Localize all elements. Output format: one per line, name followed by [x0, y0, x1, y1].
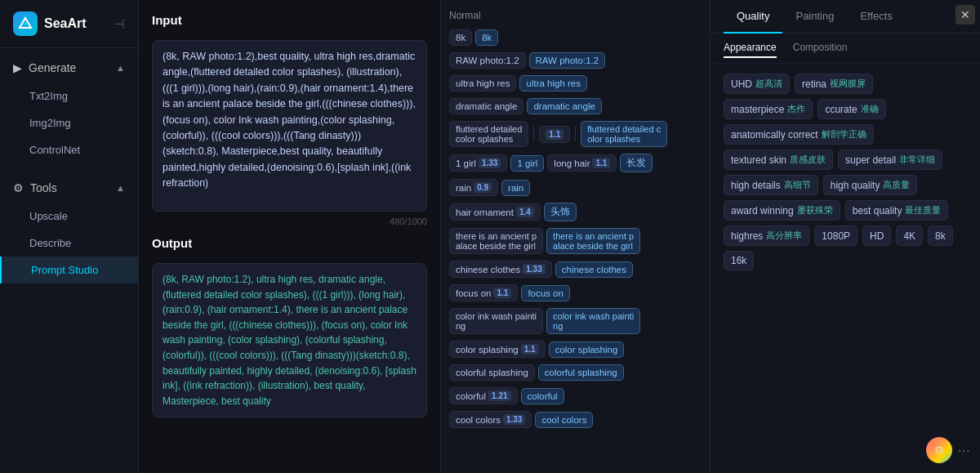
tag-fluttered-left[interactable]: fluttered detailedcolor splashes	[449, 121, 528, 147]
chevron-up-icon: ▲	[116, 63, 125, 73]
tag-row-8k: 8k 8k	[449, 29, 702, 46]
tools-header[interactable]: ⚙ Tools ▲	[0, 173, 138, 203]
qtag-high-details[interactable]: high details 高细节	[724, 175, 818, 195]
tag-row-fluttered: fluttered detailedcolor splashes 1.1 flu…	[449, 121, 702, 147]
tag-row-colorful2: colorful 1.21 colorful	[449, 387, 702, 404]
main-area: Input 480/1000 Output (8k, RAW photo:1.2…	[139, 0, 980, 473]
char-count: 480/1000	[152, 216, 427, 226]
tag-longhair-cn[interactable]: 长发	[620, 154, 653, 172]
qtag-award-winning[interactable]: award winning 屡获殊荣	[724, 200, 840, 221]
tag-focuson-badge[interactable]: focus on 1.1	[449, 284, 518, 301]
tag-raw-right[interactable]: RAW photo:1.2	[529, 52, 606, 69]
sidebar-item-controlnet[interactable]: ControlNet	[0, 136, 138, 163]
sidebar-item-txt2img[interactable]: Txt2Img	[0, 83, 138, 109]
tag-coolcolors-right[interactable]: cool colors	[535, 412, 593, 428]
qtag-masterpiece[interactable]: masterpiece 杰作	[724, 99, 813, 119]
quality-panel: ✕ Quality Painting Effects Appearance Co…	[710, 0, 980, 473]
tag-colorsplash-badge[interactable]: color splashing 1.1	[449, 341, 546, 358]
sidebar: SeaArt ⊣ ▶ Generate ▲ Txt2Img Img2Img Co…	[0, 0, 139, 473]
tag-dramatic-left[interactable]: dramatic angle	[449, 98, 523, 114]
tag-palace-right[interactable]: there is an ancient palace beside the gi…	[546, 228, 640, 254]
tag-fluttered-right[interactable]: fluttered detailed color splashes	[581, 121, 667, 147]
bottom-icons: ⚙ ⋯	[926, 437, 970, 463]
tools-label: Tools	[30, 181, 57, 194]
input-textarea[interactable]	[152, 40, 427, 212]
tag-chinese-right[interactable]: chinese clothes	[555, 261, 633, 278]
tag-row-chinese: chinese clothes 1.33 chinese clothes	[449, 261, 702, 278]
qtag-anatomically[interactable]: anatomically correct 解剖学正确	[724, 124, 874, 145]
generate-header[interactable]: ▶ Generate ▲	[0, 53, 138, 83]
tab-quality[interactable]: Quality	[724, 0, 782, 33]
qtag-hd[interactable]: HD	[862, 225, 891, 246]
tag-row-coolcolors: cool colors 1.33 cool colors	[449, 411, 702, 428]
qtag-highres[interactable]: highres 高分辨率	[724, 225, 809, 246]
sidebar-item-img2img[interactable]: Img2Img	[0, 109, 138, 136]
tag-colorful-left[interactable]: colorful splashing	[449, 364, 535, 381]
generate-label: Generate	[29, 61, 76, 74]
qtag-high-quality[interactable]: high quality 高质量	[823, 175, 918, 195]
brand-name: SeaArt	[44, 16, 87, 31]
sidebar-item-upscale[interactable]: Upscale	[0, 203, 138, 230]
tag-8k-left[interactable]: 8k	[449, 29, 472, 46]
tab-painting[interactable]: Painting	[782, 0, 847, 33]
tag-row-colorful: colorful splashing colorful splashing	[449, 364, 702, 381]
tag-dramatic-right[interactable]: dramatic angle	[527, 98, 601, 114]
tag-hairornament-cn[interactable]: 头饰	[544, 203, 577, 221]
tag-colorful2-badge[interactable]: colorful 1.21	[449, 387, 518, 404]
tag-row-1girl: 1 girl 1.33 1 girl long hair 1.1 长发	[449, 154, 702, 172]
tag-chinese-badge[interactable]: chinese clothes 1.33	[449, 261, 552, 278]
tag-rain-right[interactable]: rain	[501, 180, 530, 196]
tag-row-focuson: focus on 1.1 focus on	[449, 284, 702, 301]
qtag-textured-skin[interactable]: textured skin 质感皮肤	[724, 149, 833, 170]
qtag-4k[interactable]: 4K	[896, 225, 923, 246]
tag-colorink-left[interactable]: color ink wash painting	[449, 308, 543, 334]
pin-icon[interactable]: ⊣	[114, 16, 125, 32]
tag-row-palace: there is an ancient palace beside the gi…	[449, 228, 702, 254]
tag-colorful-right[interactable]: colorful splashing	[538, 364, 624, 381]
tag-fluttered-badge[interactable]: 1.1	[539, 126, 570, 143]
tag-rain-badge[interactable]: rain 0.9	[449, 179, 498, 196]
qtag-8k[interactable]: 8k	[928, 225, 953, 246]
quality-content: UHD 超高清 retina 视网膜屏 masterpiece 杰作 ccura…	[710, 64, 980, 280]
more-options-icon[interactable]: ⋯	[957, 443, 970, 458]
sidebar-header: SeaArt ⊣	[0, 0, 138, 48]
qtag-16k[interactable]: 16k	[724, 251, 754, 270]
close-button[interactable]: ✕	[956, 5, 975, 25]
qtag-uhd[interactable]: UHD 超高清	[724, 74, 790, 94]
tag-8k-right[interactable]: 8k	[475, 29, 498, 46]
sidebar-item-describe[interactable]: Describe	[0, 230, 138, 257]
qtag-ccurate[interactable]: ccurate 准确	[817, 99, 885, 119]
svg-point-1	[24, 22, 27, 25]
sidebar-item-prompt-studio[interactable]: Prompt Studio	[0, 257, 138, 283]
logo-icon	[13, 11, 38, 36]
qtag-1080p[interactable]: 1080P	[814, 225, 858, 246]
settings-circle-icon[interactable]: ⚙	[926, 437, 952, 463]
tab-effects[interactable]: Effects	[847, 0, 906, 33]
input-label: Input	[152, 13, 427, 27]
tag-palace-left[interactable]: there is an ancient palace beside the gi…	[449, 228, 543, 254]
tag-row-raw: RAW photo:1.2 RAW photo:1.2	[449, 52, 702, 69]
tag-colorful2-right[interactable]: colorful	[521, 388, 564, 404]
quality-tabs: Quality Painting Effects	[710, 0, 980, 33]
tag-colorsplash-right[interactable]: color splashing	[549, 341, 625, 358]
tag-longhair[interactable]: long hair 1.1	[547, 154, 617, 172]
tag-focuson-right[interactable]: focus on	[521, 285, 569, 301]
tools-section: ⚙ Tools ▲ Upscale Describe Prompt Studio	[0, 168, 138, 288]
qtag-retina[interactable]: retina 视网膜屏	[795, 74, 873, 94]
qtag-super-detail[interactable]: super detail 非常详细	[838, 149, 942, 170]
tag-1girl-right[interactable]: 1 girl	[510, 155, 544, 172]
tags-panel: Normal 8k 8k RAW photo:1.2 RAW photo:1.2…	[441, 0, 710, 473]
qtag-best-quality[interactable]: best quality 最佳质量	[845, 200, 949, 221]
tag-coolcolors-badge[interactable]: cool colors 1.33	[449, 411, 532, 428]
tag-ultra-left[interactable]: ultra high res	[449, 75, 516, 91]
tag-ultra-right[interactable]: ultra high res	[519, 75, 586, 91]
tag-raw-left[interactable]: RAW photo:1.2	[449, 52, 526, 69]
tools-icon: ⚙	[13, 181, 24, 194]
subtab-composition[interactable]: Composition	[793, 38, 848, 58]
tag-hairornament-left[interactable]: hair ornament 1.4	[449, 203, 541, 221]
tag-row-hairornament: hair ornament 1.4 头饰	[449, 203, 702, 221]
generate-section: ▶ Generate ▲ Txt2Img Img2Img ControlNet	[0, 48, 138, 168]
tag-colorink-right[interactable]: color ink wash painting	[546, 308, 640, 334]
tag-1girl-badge[interactable]: 1 girl 1.33	[449, 154, 507, 172]
subtab-appearance[interactable]: Appearance	[724, 38, 777, 58]
